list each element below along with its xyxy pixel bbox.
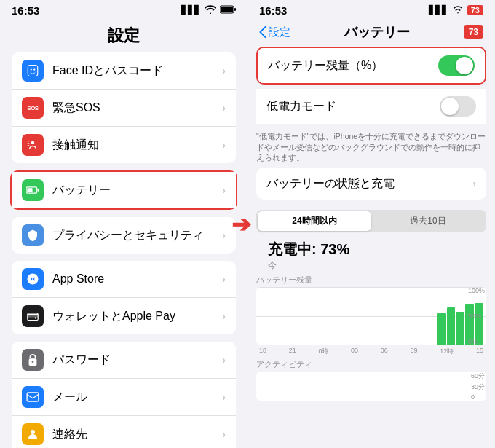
- x-label-5: 09: [411, 347, 418, 356]
- power-mode-section: 低電力モード: [256, 89, 486, 124]
- svg-rect-8: [38, 189, 39, 191]
- battery-state-chevron: ›: [472, 178, 476, 189]
- power-mode-toggle[interactable]: [440, 96, 476, 117]
- x-label-6: 12時: [440, 347, 454, 356]
- right-battery-status: 73: [467, 5, 483, 15]
- svg-point-15: [31, 430, 35, 434]
- tab-10d[interactable]: 過去10日: [371, 211, 485, 231]
- tab-24h[interactable]: 24時間以内: [258, 211, 371, 231]
- sos-icon: SOS: [22, 97, 44, 119]
- settings-row-sos[interactable]: SOS 緊急SOS ›: [12, 90, 236, 127]
- x-label-4: 06: [381, 347, 388, 356]
- settings-row-contact[interactable]: 接触通知 ›: [12, 127, 236, 163]
- right-status-bar: 16:53 ▋▋▋ 73: [248, 0, 495, 20]
- svg-point-4: [33, 68, 35, 70]
- battery-chart: 100% 50% 0%: [256, 287, 486, 345]
- battery-section-highlight[interactable]: バッテリー ›: [10, 170, 237, 210]
- wallet-icon: [22, 305, 44, 327]
- arrow-icon: ➔: [231, 211, 251, 238]
- contacts-icon: [22, 423, 44, 445]
- toggle-thumb: [456, 57, 473, 74]
- sos-label: 緊急SOS: [52, 101, 222, 116]
- svg-point-3: [31, 68, 32, 70]
- faceid-label: Face IDとパスコード: [52, 63, 222, 79]
- battery-label: バッテリー: [52, 183, 222, 198]
- power-mode-toggle-thumb: [441, 98, 459, 115]
- password-icon: [22, 349, 44, 371]
- x-label-0: 18: [259, 347, 266, 356]
- svg-rect-2: [234, 8, 236, 11]
- settings-row-mail[interactable]: メール ›: [12, 379, 236, 416]
- power-mode-row[interactable]: 低電力モード: [256, 89, 486, 124]
- settings-row-contacts[interactable]: 連絡先 ›: [12, 416, 236, 448]
- settings-row-faceid[interactable]: Face IDとパスコード ›: [12, 52, 236, 90]
- settings-section-4: パスワード › メール › 連絡先 › 16 カ: [12, 342, 236, 448]
- left-status-icons: ▋▋▋: [181, 5, 236, 16]
- appstore-label: App Store: [52, 272, 222, 286]
- x-label-1: 21: [289, 347, 296, 356]
- right-signal-icon: ▋▋▋: [429, 5, 448, 15]
- battery-residual-toggle[interactable]: [438, 55, 475, 76]
- settings-row-wallet[interactable]: ウォレットとApple Pay ›: [12, 298, 236, 334]
- left-page-title: 設定: [0, 20, 248, 52]
- charging-info: 充電中: 73% 今: [258, 237, 485, 275]
- wifi-icon: [205, 5, 216, 16]
- activity-labels-right: 60分 30分 0: [471, 372, 485, 401]
- battery-icon: [220, 5, 236, 16]
- mail-chevron: ›: [222, 391, 226, 403]
- power-mode-note: "低電力モード"では、iPhoneを十分に充電できるまでダウンロードやメール受信…: [256, 131, 486, 163]
- back-label: 設定: [269, 25, 290, 39]
- battery-chart-area: バッテリー残量: [256, 275, 486, 448]
- activity-title: アクティビティ: [256, 359, 486, 370]
- svg-point-13: [32, 361, 34, 363]
- nav-battery-badge: 73: [464, 25, 483, 39]
- left-settings-list: Face IDとパスコード › SOS 緊急SOS › 接触通知 ›: [0, 52, 248, 448]
- password-chevron: ›: [222, 354, 226, 366]
- contacts-label: 連絡先: [52, 427, 222, 442]
- battery-state-row[interactable]: バッテリーの状態と充電 ›: [256, 168, 486, 200]
- right-page-title: バッテリー: [344, 23, 410, 41]
- privacy-icon: [22, 224, 44, 246]
- mail-label: メール: [52, 390, 222, 405]
- chart-label-0: 0%: [468, 338, 485, 345]
- contact-icon: [22, 134, 44, 156]
- activity-label-0: 0: [471, 393, 485, 401]
- chart-bars: [256, 287, 486, 345]
- activity-label-30: 30分: [471, 382, 485, 392]
- left-status-time: 16:53: [12, 4, 39, 17]
- battery-residual-label: バッテリー残量（%）: [268, 58, 438, 74]
- settings-section-2: プライバシーとセキュリティ ›: [12, 217, 236, 254]
- signal-icon: ▋▋▋: [181, 5, 201, 15]
- privacy-chevron: ›: [222, 229, 226, 241]
- battery-chevron: ›: [222, 184, 226, 196]
- chart-labels-right: 100% 50% 0%: [468, 287, 485, 345]
- right-nav: 設定 バッテリー 73: [248, 20, 495, 47]
- privacy-label: プライバシーとセキュリティ: [52, 228, 222, 243]
- battery-state-label: バッテリーの状態と充電: [266, 176, 472, 192]
- settings-section-1: Face IDとパスコード › SOS 緊急SOS › 接触通知 ›: [12, 52, 236, 163]
- settings-row-battery[interactable]: バッテリー ›: [12, 172, 236, 208]
- back-button[interactable]: 設定: [259, 25, 290, 39]
- left-panel: 16:53 ▋▋▋ 設定 Face IDとパスコード › SOS 緊急S: [0, 0, 248, 448]
- wallet-chevron: ›: [222, 310, 226, 322]
- left-status-bar: 16:53 ▋▋▋: [0, 0, 248, 20]
- activity-chart: 60分 30分 0: [256, 372, 486, 401]
- right-panel: 16:53 ▋▋▋ 73 設定 バッテリー 73 バッテリー残量（%） 低電力モ…: [248, 0, 495, 448]
- charging-sub: 今: [268, 259, 475, 272]
- appstore-chevron: ›: [222, 273, 226, 285]
- battery-settings-icon: [22, 179, 44, 201]
- chart-x-labels: 18 21 0時 03 06 09 12時 15: [256, 345, 486, 356]
- charging-text: 充電中: 73%: [268, 240, 475, 259]
- x-label-2: 0時: [318, 347, 328, 356]
- battery-residual-section: バッテリー残量（%）: [256, 47, 486, 85]
- appstore-icon: [22, 268, 44, 290]
- settings-row-appstore[interactable]: App Store ›: [12, 261, 236, 298]
- battery-residual-row[interactable]: バッテリー残量（%）: [258, 48, 485, 83]
- power-mode-label: 低電力モード: [266, 99, 440, 114]
- contact-label: 接触通知: [52, 138, 222, 153]
- password-label: パスワード: [52, 353, 222, 368]
- mail-icon: [22, 386, 44, 408]
- settings-row-password[interactable]: パスワード ›: [12, 342, 236, 379]
- settings-row-privacy[interactable]: プライバシーとセキュリティ ›: [12, 217, 236, 254]
- chart-label-100: 100%: [468, 287, 485, 294]
